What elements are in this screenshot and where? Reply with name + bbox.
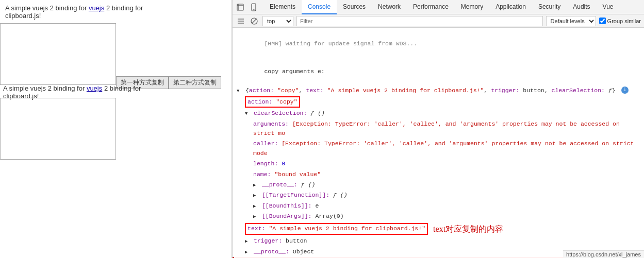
devtools-panel: Elements Console Sources Network Perform…	[232, 0, 644, 258]
tab-memory[interactable]: Memory	[455, 0, 489, 14]
clear-console-icon[interactable]	[249, 16, 259, 26]
console-toolbar: top Default levels Group similar	[233, 14, 644, 28]
console-content: [HMR] Waiting for update signal from WDS…	[233, 28, 644, 258]
tab-audits[interactable]: Audits	[567, 0, 596, 14]
tree-proto-func: __proto__: ƒ ()	[233, 180, 644, 190]
svg-line-9	[252, 19, 256, 23]
info-icon: i	[621, 87, 629, 94]
inspect-icon[interactable]	[235, 2, 246, 13]
proto-obj-arrow[interactable]	[245, 247, 250, 256]
left-panel: A simple vuejs 2 binding for vuejs 2 bin…	[0, 0, 232, 258]
tab-elements[interactable]: Elements	[263, 0, 302, 14]
tree-text-prop: text: "A simple vuejs 2 binding for clip…	[233, 222, 644, 236]
tree-name: name: "bound value"	[233, 169, 644, 180]
btn-copy-method2[interactable]: 第二种方式复制	[169, 76, 221, 89]
tree-arguments: arguments: [Exception: TypeError: 'calle…	[233, 119, 644, 139]
default-levels-selector[interactable]: Default levels	[546, 16, 596, 26]
tree-root: {action: "copy", text: "A simple vuejs 2…	[233, 85, 644, 96]
annotation-text: text对应复制的内容	[433, 222, 503, 236]
bound-this-arrow[interactable]	[253, 201, 258, 211]
url-bar: https://blog.csdn.net/xl_james	[563, 250, 644, 258]
tree-bound-args: [[BoundArgs]]: Array(0)	[233, 211, 644, 221]
vuejs-link-top[interactable]: vuejs	[89, 4, 104, 12]
tree-target-func: [[TargetFunction]]: ƒ ()	[233, 190, 644, 200]
vuejs-link-bottom[interactable]: vuejs	[87, 84, 102, 92]
tab-performance[interactable]: Performance	[407, 0, 455, 14]
tab-sources[interactable]: Sources	[337, 0, 372, 14]
tree-action: action: "copy"	[233, 96, 644, 108]
bottom-textarea-area	[0, 98, 116, 160]
console-line-copy-args: copy arguments e:	[233, 58, 644, 85]
tab-network[interactable]: Network	[372, 0, 407, 14]
bound-args-arrow[interactable]	[253, 212, 258, 221]
tab-icons	[235, 2, 259, 13]
clearselection-arrow[interactable]	[245, 109, 250, 118]
tree-length: length: 0	[233, 159, 644, 169]
tree-clearselection: clearSelection: ƒ ()	[233, 108, 644, 118]
mobile-icon[interactable]	[248, 2, 259, 13]
top-textarea[interactable]	[0, 23, 116, 85]
tree-caller: caller: [Exception: TypeError: 'caller',…	[233, 139, 644, 159]
proto-func-arrow[interactable]	[253, 180, 258, 190]
tab-vue[interactable]: Vue	[597, 0, 620, 14]
expand-console-icon[interactable]	[236, 16, 246, 26]
filter-input[interactable]	[296, 16, 543, 26]
group-similar-checkbox[interactable]	[599, 18, 606, 24]
target-func-arrow[interactable]	[253, 191, 258, 200]
top-text: A simple vuejs 2 binding for vuejs 2 bin…	[0, 0, 232, 24]
trigger-arrow[interactable]	[245, 236, 250, 246]
group-similar-label[interactable]: Group similar	[599, 18, 641, 24]
tree-root-arrow[interactable]	[237, 86, 242, 95]
svg-rect-0	[237, 4, 243, 10]
console-line-hmr: [HMR] Waiting for update signal from WDS…	[233, 30, 644, 58]
context-selector[interactable]: top	[262, 16, 293, 26]
tab-bar: Elements Console Sources Network Perform…	[233, 0, 644, 14]
tab-application[interactable]: Application	[489, 0, 532, 14]
tree-bound-this: [[BoundThis]]: e	[233, 201, 644, 211]
tree-trigger: trigger: button	[233, 236, 644, 246]
tab-console[interactable]: Console	[302, 0, 337, 14]
tab-security[interactable]: Security	[532, 0, 567, 14]
